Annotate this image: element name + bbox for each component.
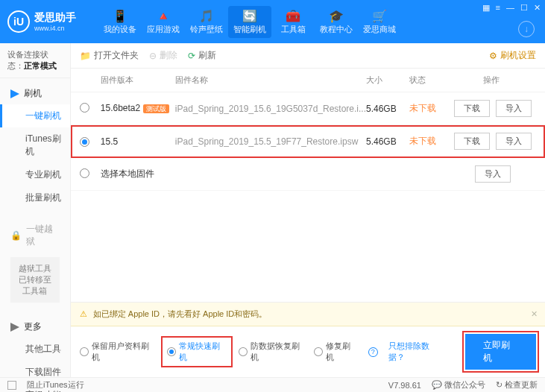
mode-radio[interactable] [239,347,248,356]
firmware-size: 5.46GB [366,136,409,147]
check-update-link[interactable]: ↻ 检查更新 [496,379,538,391]
sidebar-group-jailbreak[interactable]: 🔒 一键越狱 [0,218,70,253]
sidebar-item-flash-2[interactable]: 专业刷机 [0,163,70,186]
nav-item-4[interactable]: 🧰工具箱 [271,6,315,38]
firmware-status: 未下载 [409,102,447,115]
flash-settings-button[interactable]: ⚙ 刷机设置 [489,49,536,62]
nav-item-5[interactable]: 🎓教程中心 [315,6,358,38]
maximize-icon[interactable]: ☐ [520,3,528,13]
table-header: 固件版本 固件名称 大小 状态 操作 [71,69,545,92]
nav-item-0[interactable]: 📱我的设备 [98,6,142,38]
flash-mode-option-1[interactable]: 常规快速刷机 [163,338,231,366]
block-itunes-checkbox[interactable] [7,381,16,390]
exclude-data-link[interactable]: 只想排除数据？ [388,341,444,363]
firmware-version: 15.5 [101,136,118,147]
beta-badge: 测试版 [143,104,169,113]
local-firmware-row[interactable]: 选择本地固件 导入 [71,158,545,191]
warning-close-icon[interactable]: ✕ [531,309,538,319]
nav-icon: 🧰 [271,9,315,24]
mode-radio[interactable] [80,347,89,356]
svg-marker-1 [10,323,19,332]
nav-icon: 🔄 [228,9,271,24]
version-label: V7.98.61 [388,381,421,390]
minimize-icon[interactable]: — [506,3,514,13]
app-logo: iU 爱思助手 www.i4.cn [7,10,76,33]
nav-icon: 🔺 [142,9,185,24]
firmware-radio[interactable] [80,103,89,113]
refresh-icon: ⟳ [188,51,195,61]
block-itunes-label: 阻止iTunes运行 [27,379,84,391]
flash-mode-option-0[interactable]: 保留用户资料刷机 [80,341,156,363]
delete-button[interactable]: ⊖ 删除 [149,49,177,62]
gear-icon: ⚙ [489,51,497,61]
flash-mode-option-2[interactable]: 防数据恢复刷机 [239,341,306,363]
info-icon[interactable]: ? [368,347,378,357]
open-folder-button[interactable]: 📁 打开文件夹 [80,49,139,62]
nav-item-1[interactable]: 🔺应用游戏 [142,6,185,38]
nav-icon: 📱 [98,9,142,24]
firmware-name: iPad_Spring_2019_15.5_19F77_Restore.ipsw [175,136,366,147]
flash-mode-option-3[interactable]: 修复刷机 [314,341,358,363]
brand-url: www.i4.cn [34,25,76,32]
nav-icon: 🎵 [185,9,228,24]
nav-icon: 🛒 [358,9,401,24]
sidebar-item-more-0[interactable]: 其他工具 [0,338,70,361]
import-button[interactable]: 导入 [475,165,511,183]
mode-radio[interactable] [314,347,323,356]
firmware-row[interactable]: 15.5 iPad_Spring_2019_15.5_19F77_Restore… [71,125,545,158]
delete-icon: ⊖ [149,51,157,61]
lock-icon: 🔒 [10,230,22,241]
mode-radio[interactable] [167,347,176,356]
brand-name: 爱思助手 [34,11,76,25]
nav-item-6[interactable]: 🛒爱思商城 [358,6,401,38]
firmware-row[interactable]: 15.6beta2测试版 iPad_Spring_2019_15.6_19G50… [71,92,545,125]
jailbreak-note: 越狱工具已转移至工具箱 [10,257,60,303]
firmware-name: iPad_Spring_2019_15.6_19G5037d_Restore.i… [175,104,366,114]
nav-icon: 🎓 [315,9,358,24]
firmware-status: 未下载 [409,135,447,148]
connection-status: 设备连接状态：正常模式 [0,43,70,78]
nav-item-3[interactable]: 🔄智能刷机 [228,6,271,38]
window-controls: ▦ ≡ — ☐ ✕ [482,3,541,13]
download-button[interactable]: 下载 [454,100,490,117]
sidebar-item-flash-0[interactable]: 一键刷机 [0,104,70,127]
sidebar-group-flash[interactable]: 刷机 [0,83,70,104]
sidebar-item-flash-3[interactable]: 批量刷机 [0,186,70,209]
warning-bar: ⚠ 如已绑定 Apple ID，请先看好 Apple ID和密码。 ✕ [71,303,545,326]
download-indicator-icon[interactable]: ↓ [518,21,535,37]
folder-icon: 📁 [80,51,91,61]
sidebar-item-flash-1[interactable]: iTunes刷机 [0,127,70,163]
flash-now-button[interactable]: 立即刷机 [465,334,536,370]
local-firmware-radio[interactable] [80,168,89,178]
warning-icon: ⚠ [80,309,87,319]
sidebar-group-more[interactable]: 更多 [0,316,70,338]
import-button[interactable]: 导入 [496,100,532,117]
logo-icon: iU [7,10,30,33]
nav-item-2[interactable]: 🎵铃声壁纸 [185,6,228,38]
close-icon[interactable]: ✕ [534,3,541,13]
svg-marker-0 [10,89,19,98]
menu-icon[interactable]: ▦ [482,3,490,13]
skin-icon[interactable]: ≡ [496,3,500,13]
wechat-link[interactable]: 💬 微信公众号 [432,379,485,391]
refresh-button[interactable]: ⟳ 刷新 [188,49,216,62]
import-button[interactable]: 导入 [496,133,532,150]
firmware-radio[interactable] [80,137,89,147]
download-button[interactable]: 下载 [454,133,490,150]
firmware-version: 15.6beta2 [101,103,140,113]
firmware-size: 5.46GB [366,104,409,114]
